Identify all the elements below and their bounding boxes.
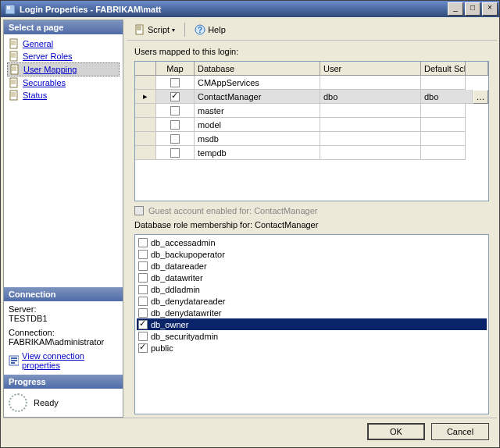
cell-schema[interactable] — [421, 104, 466, 118]
sidebar-item-label[interactable]: Securables — [23, 78, 66, 87]
close-button[interactable]: × — [482, 2, 498, 16]
cancel-button[interactable]: Cancel — [431, 423, 489, 440]
role-item-db_ddladmin[interactable]: db_ddladmin — [137, 283, 487, 295]
table-row[interactable]: master… — [135, 104, 488, 118]
cell-database[interactable]: CMAppServices — [195, 76, 320, 90]
col-header-schema[interactable]: Default Schema — [421, 62, 466, 76]
role-item-public[interactable]: public — [137, 342, 487, 354]
server-label: Server: — [9, 304, 118, 314]
left-panel: Select a page GeneralServer RolesUser Ma… — [3, 20, 123, 418]
cell-schema[interactable] — [421, 146, 466, 160]
col-header-user[interactable]: User — [320, 62, 421, 76]
cell-user[interactable] — [320, 104, 421, 118]
role-checkbox[interactable] — [138, 343, 148, 353]
role-checkbox[interactable] — [138, 285, 148, 294]
role-checkbox[interactable] — [138, 250, 148, 259]
ok-button[interactable]: OK — [367, 423, 425, 440]
map-checkbox[interactable] — [170, 134, 180, 144]
table-row[interactable]: CMAppServices… — [135, 76, 488, 90]
map-checkbox[interactable] — [170, 120, 180, 130]
script-icon — [134, 24, 145, 35]
table-row[interactable]: tempdb… — [135, 146, 488, 160]
sidebar-item-label[interactable]: Status — [23, 91, 47, 100]
sidebar-item-securables[interactable]: Securables — [7, 76, 120, 89]
role-checkbox[interactable] — [138, 297, 148, 306]
col-header-map[interactable]: Map — [156, 62, 195, 76]
cell-user[interactable] — [320, 146, 421, 160]
roles-label: Database role membership for: ContactMan… — [134, 220, 489, 229]
svg-rect-2 — [10, 39, 17, 48]
app-icon — [4, 3, 16, 16]
users-mapped-grid[interactable]: Map Database User Default Schema CMAppSe… — [134, 61, 489, 201]
map-checkbox[interactable] — [170, 78, 180, 87]
cell-schema[interactable]: dbo — [421, 90, 473, 104]
role-item-db_backupoperator[interactable]: db_backupoperator — [137, 248, 487, 260]
sidebar-item-general[interactable]: General — [7, 37, 120, 50]
properties-icon — [9, 355, 19, 366]
sidebar-item-label[interactable]: User Mapping — [23, 65, 77, 74]
svg-rect-3 — [10, 52, 17, 61]
table-row[interactable]: ▸ContactManagerdbodbo… — [135, 90, 488, 104]
sidebar-item-user-mapping[interactable]: User Mapping — [7, 62, 120, 76]
cell-user[interactable] — [320, 118, 421, 132]
svg-rect-10 — [11, 362, 15, 364]
right-panel: Script ▾ ? Help Users mapped to this log… — [127, 20, 497, 418]
role-item-db_accessadmin[interactable]: db_accessadmin — [137, 236, 487, 248]
cell-map[interactable] — [156, 90, 195, 104]
cell-database[interactable]: master — [195, 104, 320, 118]
cell-database[interactable]: ContactManager — [195, 90, 320, 104]
cell-map[interactable] — [156, 146, 195, 160]
cell-map[interactable] — [156, 76, 195, 90]
progress-status: Ready — [34, 398, 59, 407]
map-checkbox[interactable] — [170, 106, 180, 116]
cell-user[interactable]: dbo — [320, 90, 421, 104]
cell-map[interactable] — [156, 118, 195, 132]
cell-schema[interactable] — [421, 76, 466, 90]
help-button[interactable]: ? Help — [191, 23, 229, 37]
role-checkbox[interactable] — [138, 308, 148, 318]
role-item-db_denydatawriter[interactable]: db_denydatawriter — [137, 307, 487, 318]
role-item-db_owner[interactable]: db_owner — [137, 318, 487, 330]
col-header-database[interactable]: Database — [195, 62, 320, 76]
role-item-db_datawriter[interactable]: db_datawriter — [137, 272, 487, 283]
roles-list[interactable]: db_accessadmindb_backupoperatordb_datare… — [134, 234, 489, 414]
connection-block: Server: TESTDB1 Connection: FABRIKAM\adm… — [4, 301, 123, 375]
connection-value: FABRIKAM\administrator — [9, 337, 118, 347]
guest-account-label: Guest account enabled for: ContactManage… — [148, 206, 317, 215]
titlebar[interactable]: Login Properties - FABRIKAM\matt _ □ × — [1, 1, 499, 17]
cell-map[interactable] — [156, 104, 195, 118]
cell-database[interactable]: msdb — [195, 132, 320, 146]
cell-schema[interactable] — [421, 132, 466, 146]
toolbar: Script ▾ ? Help — [127, 20, 497, 41]
view-connection-properties-link[interactable]: View connection properties — [9, 351, 118, 370]
sidebar-item-status[interactable]: Status — [7, 89, 120, 101]
cell-database[interactable]: model — [195, 118, 320, 132]
role-checkbox[interactable] — [138, 273, 148, 283]
role-checkbox[interactable] — [138, 238, 148, 247]
map-checkbox[interactable] — [170, 92, 180, 101]
map-checkbox[interactable] — [170, 148, 180, 158]
role-item-db_securityadmin[interactable]: db_securityadmin — [137, 330, 487, 342]
script-label: Script — [148, 25, 170, 34]
sidebar-item-label[interactable]: Server Roles — [23, 52, 73, 61]
cell-schema[interactable] — [421, 118, 466, 132]
cell-user[interactable] — [320, 76, 421, 90]
sidebar-item-label[interactable]: General — [23, 39, 53, 48]
role-checkbox[interactable] — [138, 332, 148, 341]
maximize-button[interactable]: □ — [465, 2, 480, 16]
role-item-db_datareader[interactable]: db_datareader — [137, 260, 487, 272]
cell-user[interactable] — [320, 132, 421, 146]
role-checkbox[interactable] — [138, 261, 148, 271]
cell-map[interactable] — [156, 132, 195, 146]
script-button[interactable]: Script ▾ — [131, 23, 178, 37]
role-checkbox[interactable] — [138, 320, 148, 329]
schema-browse-button[interactable]: … — [473, 90, 488, 104]
table-row[interactable]: model… — [135, 118, 488, 132]
table-row[interactable]: msdb… — [135, 132, 488, 146]
sidebar-item-server-roles[interactable]: Server Roles — [7, 50, 120, 62]
role-item-db_denydatareader[interactable]: db_denydatareader — [137, 295, 487, 307]
svg-rect-4 — [11, 65, 18, 74]
cell-database[interactable]: tempdb — [195, 146, 320, 160]
svg-rect-8 — [11, 357, 17, 359]
minimize-button[interactable]: _ — [448, 2, 463, 16]
